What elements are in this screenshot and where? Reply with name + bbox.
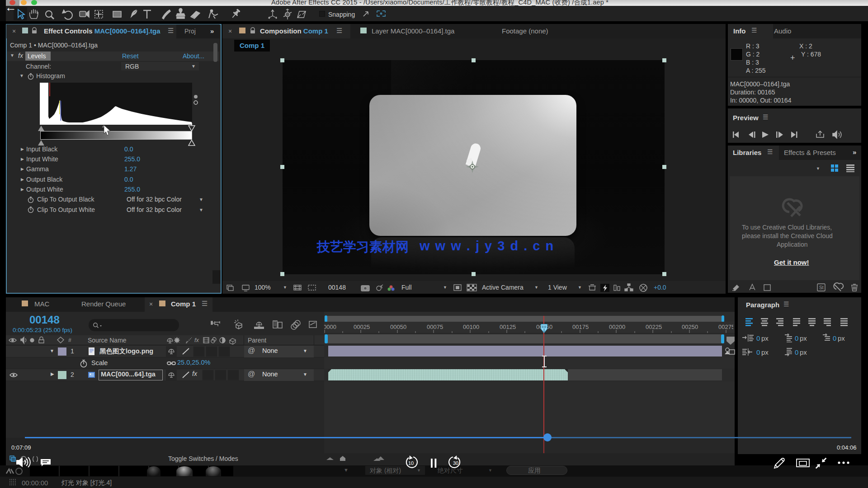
svg-text:#: # [68, 337, 71, 343]
svg-text:px: px [800, 348, 807, 356]
svg-text:px: px [838, 334, 845, 342]
svg-text:px: px [761, 348, 769, 356]
svg-text:px: px [800, 334, 807, 342]
svg-text:0: 0 [833, 334, 836, 342]
svg-text:10: 10 [408, 460, 414, 466]
svg-text:30: 30 [453, 460, 458, 466]
svg-text:0: 0 [756, 348, 760, 356]
svg-text:St: St [819, 285, 824, 290]
svg-text:0: 0 [756, 334, 760, 342]
svg-text:fx: fx [194, 337, 199, 343]
svg-text:0: 0 [795, 334, 798, 342]
svg-text:0: 0 [795, 348, 798, 356]
svg-text:px: px [761, 334, 769, 342]
